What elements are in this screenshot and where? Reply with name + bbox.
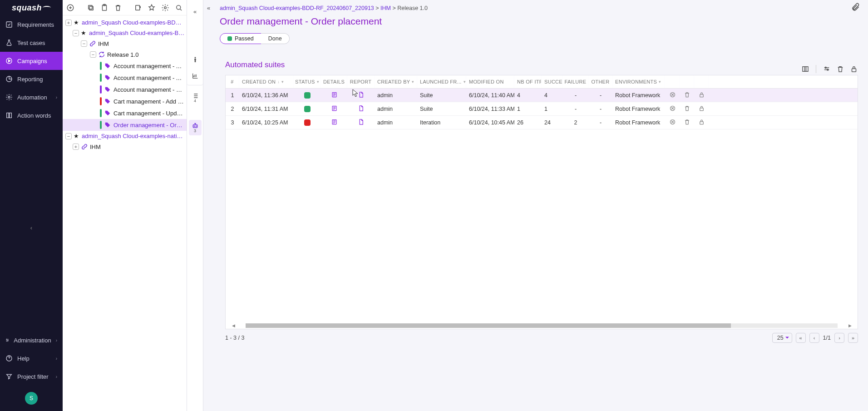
search-icon[interactable] [175, 4, 183, 12]
collapse-sidebar[interactable]: ‹ [0, 220, 63, 236]
tree-release[interactable]: − Release 1.0 [63, 49, 187, 60]
col-other[interactable]: OTHER [589, 75, 612, 88]
tree-leaf[interactable]: Cart management - Add to ... [63, 95, 187, 107]
tree-project[interactable]: +★ admin_Squash Cloud-examples-BDD-... [63, 17, 187, 28]
table-row[interactable]: 26/10/24, 11:31 AMadminSuite6/10/24, 11:… [226, 102, 858, 116]
check-square-icon [5, 21, 13, 28]
details-icon[interactable] [331, 119, 338, 127]
tag-icon [104, 63, 111, 69]
nav-projectfilter[interactable]: Project filter › [0, 367, 63, 386]
lock-row-icon[interactable] [698, 105, 705, 113]
add-icon[interactable] [66, 4, 74, 12]
delete-row-icon[interactable] [684, 91, 690, 99]
status-badge [304, 106, 311, 112]
delete-row-icon[interactable] [684, 105, 690, 113]
nav-help[interactable]: Help › [0, 349, 63, 367]
report-icon[interactable] [358, 91, 365, 99]
logo: squash [0, 0, 63, 15]
page-last[interactable]: » [848, 333, 858, 343]
details-icon[interactable] [331, 105, 338, 113]
rail-collapse[interactable]: « [189, 4, 202, 19]
stop-icon[interactable] [669, 119, 676, 127]
col-success[interactable]: SUCCESS [542, 75, 562, 88]
copy-icon[interactable] [87, 4, 95, 12]
tree-folder-ihm[interactable]: − IHM [63, 38, 187, 49]
link-icon [81, 143, 88, 150]
col-createdby[interactable]: CREATED BY▾ [375, 75, 417, 88]
adjust-icon[interactable] [823, 65, 831, 73]
tree-leaf[interactable]: Cart management - Update ... [63, 107, 187, 119]
h-scrollbar[interactable] [246, 323, 838, 328]
lock-row-icon[interactable] [698, 91, 705, 99]
avatar[interactable]: S [25, 392, 38, 405]
attachment-icon[interactable] [851, 3, 860, 13]
tree-folder-ihm[interactable]: + IHM [63, 141, 187, 152]
report-icon[interactable] [358, 105, 365, 113]
back-button[interactable]: « [207, 5, 215, 11]
nav-actionwords[interactable]: Action words [0, 106, 63, 124]
svg-rect-0 [6, 22, 12, 27]
status-chip-passed[interactable]: Passed [220, 33, 261, 44]
page-size-select[interactable]: 25 [772, 333, 792, 343]
delete-icon[interactable] [114, 4, 122, 12]
status-badge [304, 119, 311, 126]
col-report[interactable]: REPORT [347, 75, 375, 88]
paste-icon[interactable] [100, 4, 108, 12]
tag-icon [104, 74, 111, 81]
tree-leaf[interactable]: Account management - Acc... [63, 60, 187, 72]
stop-icon[interactable] [669, 91, 676, 99]
columns-icon[interactable] [801, 65, 809, 73]
table-row[interactable]: 16/10/24, 11:36 AMadminSuite6/10/24, 11:… [226, 89, 858, 102]
nav-reporting[interactable]: Reporting [0, 70, 63, 88]
page-first[interactable]: « [796, 333, 806, 343]
col-status[interactable]: STATUS▾ [294, 75, 321, 88]
svg-point-15 [194, 59, 196, 60]
rail-chart[interactable] [187, 70, 203, 85]
side-rail: « 4 3 [187, 0, 203, 411]
export-icon[interactable] [134, 4, 142, 12]
nav-testcases[interactable]: Test cases [0, 34, 63, 52]
settings-icon[interactable] [161, 4, 169, 12]
tree-leaf[interactable]: Account management - Login [63, 84, 187, 95]
svg-rect-24 [852, 69, 856, 72]
tree-project[interactable]: −★ admin_Squash Cloud-examples-BDD-... [63, 28, 187, 38]
breadcrumb-link[interactable]: IHM [380, 5, 391, 11]
tree-leaf-selected[interactable]: Order management - Order ... [63, 119, 187, 131]
chevron-right-icon: › [56, 338, 57, 343]
col-failure[interactable]: FAILURE [562, 75, 589, 88]
status-dot-icon [227, 36, 232, 41]
report-icon[interactable] [358, 119, 365, 127]
nav-campaigns[interactable]: Campaigns [0, 52, 63, 70]
rail-list[interactable]: 4 [189, 90, 202, 105]
nav-administration[interactable]: Administration › [0, 331, 63, 349]
delete-row-icon[interactable] [684, 119, 690, 127]
nav-automation[interactable]: Automation › [0, 88, 63, 106]
page-prev[interactable]: ‹ [809, 333, 819, 343]
flask-icon [5, 39, 13, 46]
status-chip-done[interactable]: Done [261, 33, 290, 44]
table-row[interactable]: 36/10/24, 10:25 AMadminIteration6/10/24,… [226, 116, 858, 129]
rail-bot[interactable]: 3 [189, 120, 202, 135]
stop-icon[interactable] [669, 105, 676, 113]
star-icon[interactable] [148, 4, 156, 12]
breadcrumb: admin_Squash Cloud-examples-BDD-RF_20240… [220, 5, 428, 11]
page-next[interactable]: › [834, 333, 844, 343]
details-icon[interactable] [331, 91, 338, 99]
rail-info[interactable] [189, 52, 202, 67]
col-modified[interactable]: MODIFIED ON [466, 75, 514, 88]
tree-project[interactable]: −★ admin_Squash Cloud-examples-native... [63, 131, 187, 141]
col-num[interactable]: # [226, 75, 239, 88]
tree-leaf[interactable]: Account management - Acc... [63, 72, 187, 84]
col-details[interactable]: DETAILS [321, 75, 347, 88]
main-sidebar: squash Requirements Test cases Campaigns… [0, 0, 63, 411]
delete-all-icon[interactable] [836, 65, 844, 73]
lock-row-icon[interactable] [698, 119, 705, 127]
svg-point-5 [7, 341, 7, 341]
col-env[interactable]: ENVIRONMENTS▾ [612, 75, 665, 88]
breadcrumb-link[interactable]: admin_Squash Cloud-examples-BDD-RF_20240… [220, 5, 374, 11]
col-created[interactable]: CREATED ON↓▾ [239, 75, 294, 88]
col-itpi[interactable]: NB OF ITPI [514, 75, 542, 88]
col-launched[interactable]: LAUNCHED FR...▾ [417, 75, 466, 88]
nav-requirements[interactable]: Requirements [0, 15, 63, 34]
lock-icon[interactable] [850, 65, 858, 73]
